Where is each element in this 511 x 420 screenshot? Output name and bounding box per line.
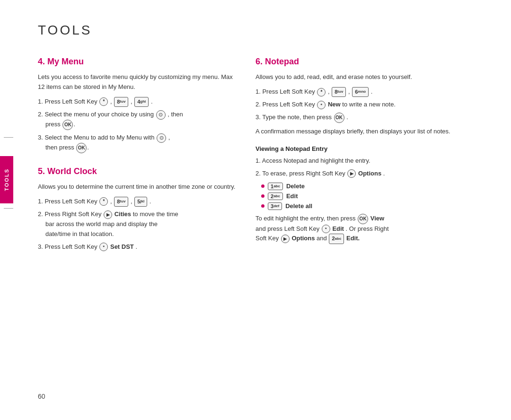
key-8tuv-2: 8tuv (114, 197, 128, 207)
section-my-menu: 4. My Menu Lets you access to favorite m… (38, 57, 237, 153)
section5-description: Allows you to determine the current time… (38, 182, 237, 192)
bullet-edit: 2abc Edit (261, 192, 473, 200)
page-number: 60 (38, 393, 45, 400)
s6-period: . (371, 88, 373, 95)
footer-t4: Soft Key (256, 235, 281, 242)
key-5jkl: 5jkl (134, 197, 147, 207)
section6-description: Allows you to add, read, edit, and erase… (256, 72, 473, 82)
s5-step2-t1: 2. Press Right Soft Key (38, 210, 103, 218)
key-nav-2: ⊙ (157, 133, 166, 143)
viewing-step1: 1. Access Notepad and highlight the entr… (256, 156, 473, 166)
vs2-end: . (383, 170, 385, 177)
confirmation-note: A confirmation message displays briefly,… (256, 127, 473, 137)
step2-text1: 2. Select the menu of your choice by usi… (38, 111, 156, 118)
comma1: , (110, 98, 114, 105)
key-ok-3: OK (334, 113, 344, 123)
s6-step2-t1: 2. Press Left Soft Key (256, 101, 317, 108)
bullet-dot-3 (261, 204, 264, 208)
s5-step1-text: 1. Press Left Soft Key (38, 198, 99, 205)
s6-step1-text: 1. Press Left Soft Key (256, 88, 317, 95)
key-ok-4: OK (358, 214, 368, 224)
key-ok-1: OK (62, 120, 73, 130)
section5-step2: 2. Press Right Soft Key ▶ Cities to move… (38, 210, 237, 239)
footer-t2: and press Left Soft Key (256, 225, 321, 232)
s5-step3-t1: 3. Press Left Soft Key (38, 243, 99, 250)
step3-text2: , (168, 134, 170, 141)
bullet-delete-all: 3def Delete all (261, 202, 473, 210)
left-column: 4. My Menu Lets you access to favorite m… (38, 57, 237, 254)
s5-comma1: , (110, 198, 114, 205)
viewing-title: Viewing a Notepad Entry (256, 145, 473, 152)
s5-step3-end: . (135, 243, 137, 250)
bullet-delete: 1abc Delete (261, 183, 473, 190)
edit-label: Edit (286, 192, 298, 200)
section4-step2: 2. Select the menu of your choice by usi… (38, 110, 237, 130)
sidebar-label: TOOLS (4, 168, 9, 191)
section6-step2: 2. Press Left Soft Key * New to write a … (256, 100, 473, 110)
key-1abc: 1abc (268, 183, 283, 190)
s5-comma2: , (131, 198, 134, 205)
vs2-t1: 2. To erase, press Right Soft Key (256, 170, 347, 177)
footer-view: View (370, 215, 384, 222)
key-8tuv-1: 8tuv (114, 97, 128, 107)
key-left-soft-3: * (322, 225, 330, 233)
section4-title: 4. My Menu (38, 57, 237, 67)
key-right-soft-1: ▶ (104, 210, 112, 219)
key-left-soft-1: * (99, 243, 108, 251)
content-area: 4. My Menu Lets you access to favorite m… (38, 57, 487, 254)
s5-step2-cont2: date/time in that location. (38, 230, 114, 237)
section6-title: 6. Notepad (256, 57, 473, 67)
s5-setdst-label: Set DST (110, 243, 134, 250)
step2-indent: press OK. (38, 121, 75, 128)
section4-step1: 1. Press Left Soft Key * , 8tuv , 4ghi . (38, 97, 237, 107)
key-3def: 3def (268, 202, 282, 210)
key-star-1: * (99, 97, 108, 106)
key-ok-2: OK (76, 143, 87, 153)
section4-step3: 3. Select the Menu to add to My Menu wit… (38, 133, 237, 153)
footer-t5: and (317, 235, 328, 242)
section5-step3: 3. Press Left Soft Key * Set DST . (38, 242, 237, 252)
right-column: 6. Notepad Allows you to add, read, edit… (256, 57, 473, 254)
section-world-clock: 5. World Clock Allows you to determine t… (38, 166, 237, 252)
delete-all-label: Delete all (285, 202, 312, 210)
section6-step3: 3. Type the note, then press OK . (256, 113, 473, 123)
comma2: , (131, 98, 134, 105)
key-4ghi: 4ghi (134, 97, 149, 107)
step1-num: 1. Press Left Soft Key (38, 98, 99, 105)
bullet-dot-1 (261, 184, 264, 188)
step2-text2: , then (167, 111, 183, 118)
s6-step2-t2: to write a new note. (342, 101, 396, 108)
footer-t3: . Or press Right (346, 225, 389, 232)
sidebar-line-top (4, 137, 13, 138)
vs1-text: 1. Access Notepad and highlight the entr… (256, 157, 370, 164)
key-right-soft-2: ▶ (347, 169, 356, 178)
period1: . (151, 98, 153, 105)
s6-comma2: , (348, 88, 352, 95)
section6-step1: 1. Press Left Soft Key * , 8tuv , 6mno . (256, 87, 473, 97)
viewing-section: Viewing a Notepad Entry 1. Access Notepa… (256, 145, 473, 244)
section5-title: 5. World Clock (38, 166, 237, 176)
s6-step3-end: . (346, 114, 348, 121)
key-nav-1: ⊙ (156, 110, 166, 120)
footer-text: To edit highlight the entry, then press … (256, 214, 473, 244)
viewing-step2: 2. To erase, press Right Soft Key ▶ Opti… (256, 169, 473, 179)
section-notepad: 6. Notepad Allows you to add, read, edit… (256, 57, 473, 244)
key-8tuv-3: 8tuv (332, 87, 346, 97)
key-2abc: 2abc (268, 192, 283, 200)
footer-options: Options (291, 235, 315, 242)
step3-indent: then press OK. (38, 144, 89, 151)
s5-step2-t2: to move the time (133, 210, 178, 218)
key-star-2: * (99, 197, 108, 206)
sidebar-line-bottom (4, 208, 13, 209)
key-star-3: * (317, 88, 326, 96)
s6-comma1: , (328, 88, 331, 95)
footer-edit1: Edit (332, 225, 344, 232)
key-6mno: 6mno (352, 87, 369, 97)
key-2abc-footer: 2abc (329, 234, 344, 244)
key-left-soft-2: * (317, 101, 326, 109)
section4-description: Lets you access to favorite menu quickly… (38, 72, 237, 92)
bullet-dot-2 (261, 194, 264, 198)
s5-period: . (150, 198, 151, 205)
section5-step1: 1. Press Left Soft Key * , 8tuv , 5jkl . (38, 197, 237, 207)
s5-step2-cont: bar across the world map and display the (38, 220, 158, 228)
